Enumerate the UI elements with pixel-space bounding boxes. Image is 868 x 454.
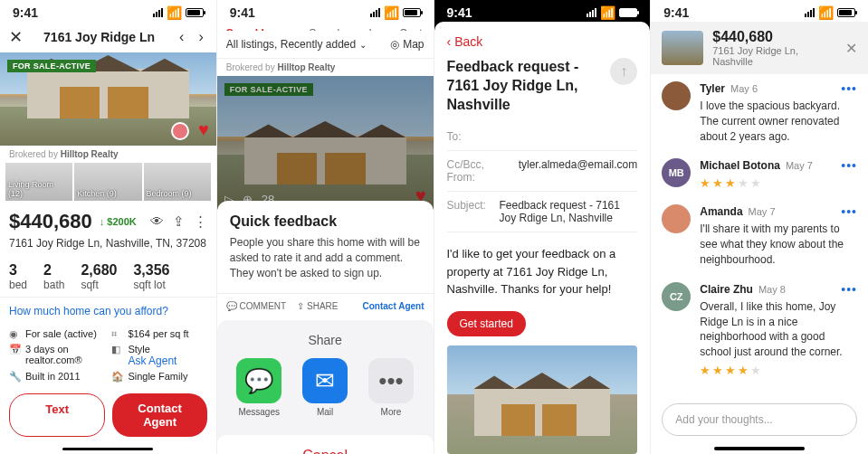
field-cc[interactable]: Cc/Bcc, From:tyler.almeda@email.com xyxy=(447,151,638,192)
thumb-living[interactable]: Living Room (12) xyxy=(5,163,72,201)
filter-row[interactable]: All listings, Recently added⌄ ◎Map xyxy=(217,31,434,59)
more-icon[interactable]: ⋮ xyxy=(194,213,207,230)
card-image[interactable]: FOR SALE-ACTIVE ♥ ▷⊕28 xyxy=(217,76,434,212)
photo-thumbs: Living Room (12) Kitchen (9) Bedroom (9) xyxy=(0,163,216,201)
comment-menu-icon[interactable]: ••• xyxy=(841,158,857,173)
sheet-body: People you share this home with will be … xyxy=(230,235,421,280)
comment-item: CZClaire ZhuMay 8•••Overall, I like this… xyxy=(662,282,857,377)
send-button[interactable]: ↑ xyxy=(610,58,637,85)
thumb-kitchen[interactable]: Kitchen (9) xyxy=(74,163,141,201)
comment-button[interactable]: 💬 COMMENT xyxy=(226,301,286,311)
avatar[interactable] xyxy=(662,204,691,233)
grid-icon: ⌗ xyxy=(111,328,122,340)
share-mail[interactable]: ✉Mail xyxy=(302,358,348,417)
tabs: Saved homes Saved searches Contacted Hi xyxy=(217,22,434,31)
page-title: 7161 Joy Ridge Ln xyxy=(30,30,168,44)
cta-row: Text Contact Agent xyxy=(0,386,216,444)
contact-agent-link[interactable]: Contact Agent xyxy=(363,301,424,311)
comments-header: $440,680 7161 Joy Ridge Ln, Nashville ✕ xyxy=(651,22,868,74)
share-more[interactable]: •••More xyxy=(368,358,414,417)
close-icon[interactable]: ✕ xyxy=(845,40,857,57)
share-icon[interactable]: ⇪ xyxy=(173,213,185,230)
screen-comments: 9:41 📶 $440,680 7161 Joy Ridge Ln, Nashv… xyxy=(651,0,868,454)
text-button[interactable]: Text xyxy=(9,393,105,437)
email-body[interactable]: I'd like to get your feedback on a prope… xyxy=(447,232,638,311)
price: $440,680 xyxy=(9,210,92,233)
back-button[interactable]: ‹Back xyxy=(447,22,638,58)
broker-line: Brokered by Hilltop Realty xyxy=(0,146,216,163)
thumb-bedroom[interactable]: Bedroom (9) xyxy=(144,163,211,201)
comment-item: AmandaMay 7•••I'll share it with my pare… xyxy=(662,204,857,267)
field-to[interactable]: To: xyxy=(447,123,638,151)
clock: 9:41 xyxy=(447,5,472,20)
contact-button[interactable]: Contact Agent xyxy=(112,393,206,437)
sale-badge: FOR SALE-ACTIVE xyxy=(7,60,96,72)
comment-input[interactable]: Add your thoughts... xyxy=(662,403,857,436)
comment-text: Overall, I like this home, Joy Ridge Ln … xyxy=(700,299,857,360)
sheet-title: Quick feedback xyxy=(230,213,421,230)
share-title: Share xyxy=(217,333,434,347)
comment-date: May 7 xyxy=(786,160,813,171)
price-row: $440,680 ↓ $200K 👁 ⇪ ⋮ xyxy=(0,201,216,235)
avatar[interactable]: MB xyxy=(662,158,691,187)
favorite-icon[interactable]: ♥ xyxy=(198,119,209,140)
comments-list: TylerMay 6•••I love the spacious backyar… xyxy=(651,74,868,396)
more-icon: ••• xyxy=(368,358,414,403)
get-started-button[interactable]: Get started xyxy=(447,311,526,336)
comment-date: May 6 xyxy=(730,83,758,94)
map-toggle[interactable]: ◎Map xyxy=(390,38,424,51)
hero-image[interactable]: FOR SALE-ACTIVE ♥ xyxy=(0,52,216,146)
pin-icon: ◎ xyxy=(390,38,399,51)
afford-link[interactable]: How much home can you afford? xyxy=(0,298,216,325)
prev-icon[interactable]: ‹ xyxy=(176,29,187,45)
comment-text: I'll share it with my parents to see wha… xyxy=(700,222,857,267)
detail-grid: ◉For sale (active) ⌗$164 per sq ft 📅3 da… xyxy=(0,325,216,386)
comment-author: Tyler xyxy=(700,82,725,95)
clock: 9:41 xyxy=(230,5,255,20)
star-rating: ★★★★★ xyxy=(700,176,857,190)
next-icon[interactable]: › xyxy=(195,29,206,45)
hide-icon[interactable]: 👁 xyxy=(150,213,164,230)
share-sheet: Share 💬Messages ✉Mail •••More Cancel xyxy=(217,320,434,454)
comment-menu-icon[interactable]: ••• xyxy=(841,204,857,219)
stats-row: 3bed 2bath 2,680sqft 3,356sqft lot xyxy=(0,257,216,298)
email-preview-image xyxy=(447,345,638,454)
home-indicator[interactable] xyxy=(714,447,805,450)
share-messages[interactable]: 💬Messages xyxy=(236,358,281,417)
screen-listing-detail: 9:41 📶 ✕ 7161 Joy Ridge Ln ‹ › FOR SALE-… xyxy=(0,0,217,454)
avatar[interactable]: CZ xyxy=(662,282,691,311)
nav-header: ✕ 7161 Joy Ridge Ln ‹ › xyxy=(0,22,216,52)
screen-saved-share: 9:41 📶 Saved homes Saved searches Contac… xyxy=(217,0,434,454)
comment-menu-icon[interactable]: ••• xyxy=(841,81,857,96)
messages-icon: 💬 xyxy=(236,358,281,403)
chevron-left-icon: ‹ xyxy=(447,34,452,49)
status-bar: 9:41 📶 xyxy=(0,0,216,22)
home-indicator[interactable] xyxy=(62,448,153,450)
share-button[interactable]: ⇪ SHARE xyxy=(297,301,338,311)
header-thumb[interactable] xyxy=(662,31,703,65)
comment-item: TylerMay 6•••I love the spacious backyar… xyxy=(662,81,857,144)
comment-menu-icon[interactable]: ••• xyxy=(841,282,857,297)
close-icon[interactable]: ✕ xyxy=(9,27,23,47)
shared-avatar[interactable] xyxy=(171,122,189,140)
comment-date: May 7 xyxy=(749,206,776,217)
clock: 9:41 xyxy=(13,5,38,20)
status-icons: 📶 xyxy=(153,5,204,20)
avatar[interactable] xyxy=(662,81,691,110)
comment-item: MBMichael BotonaMay 7•••★★★★★ xyxy=(662,158,857,190)
quick-feedback-sheet: Quick feedback People you share this hom… xyxy=(217,201,434,293)
field-subject[interactable]: Subject:Feedback request - 7161 Joy Rdig… xyxy=(447,192,638,232)
clock: 9:41 xyxy=(663,5,689,20)
header-address: 7161 Joy Ridge Ln, Nashville xyxy=(712,45,836,67)
comment-date: May 8 xyxy=(758,284,786,295)
house-icon: 🏠 xyxy=(111,371,122,383)
dot-icon: ◉ xyxy=(9,328,20,340)
comment-text: I love the spacious backyard. The curren… xyxy=(700,99,857,144)
calendar-icon: 📅 xyxy=(9,344,20,355)
ask-agent-link[interactable]: Ask Agent xyxy=(128,355,176,367)
style-icon: ◧ xyxy=(111,344,122,355)
card-actions: 💬 COMMENT ⇪ SHARE Contact Agent xyxy=(217,293,434,318)
status-bar: 9:41 📶 xyxy=(651,0,868,22)
cancel-button[interactable]: Cancel xyxy=(217,435,434,454)
comment-author: Michael Botona xyxy=(700,159,780,172)
